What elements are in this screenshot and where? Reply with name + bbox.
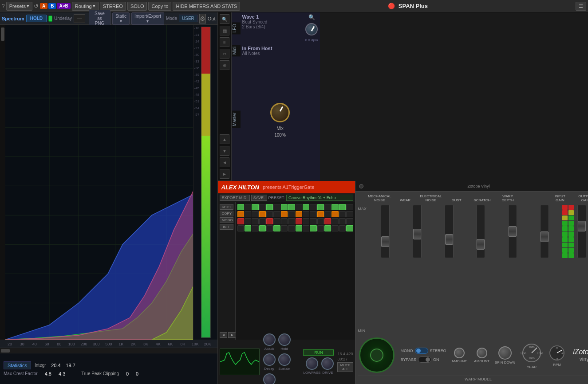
lfo-knob[interactable]	[305, 23, 318, 35]
warp-fader-track[interactable]	[540, 205, 549, 258]
copy-to-button[interactable]: Copy to	[148, 2, 171, 11]
prev-button[interactable]: ◄	[220, 332, 228, 338]
seq-cell[interactable]	[266, 204, 273, 210]
gear-button[interactable]: ⚙	[199, 14, 206, 24]
electrical-fader-track[interactable]	[445, 205, 454, 258]
static-button[interactable]: Static ▾	[112, 12, 130, 25]
seq-cell[interactable]	[331, 225, 338, 231]
seq-cell[interactable]	[259, 225, 266, 231]
seq-cell[interactable]	[331, 218, 338, 224]
seq-cell[interactable]	[303, 211, 309, 217]
left-arr-button[interactable]: ◄	[220, 157, 229, 167]
init-button[interactable]: INIT	[220, 224, 233, 230]
seq-cell[interactable]	[252, 218, 258, 224]
seq-cell[interactable]	[237, 211, 244, 217]
seq-cell[interactable]	[273, 204, 280, 210]
seq-cell[interactable]	[324, 211, 331, 217]
lfo-search-icon[interactable]: 🔍	[308, 14, 315, 20]
seq-cell[interactable]	[266, 225, 273, 231]
attack-knob[interactable]	[263, 333, 276, 346]
save-button[interactable]: SAVE.	[251, 195, 267, 201]
routing-button[interactable]: Routing ▾	[72, 2, 99, 11]
seq-cell[interactable]	[259, 211, 266, 217]
led-ab[interactable]: A>B	[57, 3, 70, 9]
seq-cell[interactable]	[324, 225, 331, 231]
seq-cell[interactable]	[281, 211, 288, 217]
seq-cell[interactable]	[237, 225, 244, 231]
seq-cell[interactable]	[288, 225, 295, 231]
hold-button[interactable]: HOLD	[26, 15, 47, 22]
seq-cell[interactable]	[303, 218, 309, 224]
seq-cell[interactable]	[288, 211, 295, 217]
solo-button[interactable]: SOLO	[127, 2, 147, 11]
seq-cell[interactable]	[296, 225, 302, 231]
refresh-icon[interactable]: ↺	[34, 3, 39, 9]
seq-cell[interactable]	[339, 204, 346, 210]
seq-cell[interactable]	[245, 225, 251, 231]
zoom-in-button[interactable]: 🔍	[220, 14, 229, 24]
seq-cell[interactable]	[324, 218, 331, 224]
seq-cell[interactable]	[310, 211, 316, 217]
seq-cell[interactable]	[296, 218, 302, 224]
copy-button[interactable]: COPY	[220, 211, 233, 216]
mech-fader-track[interactable]	[381, 205, 390, 258]
seq-cell[interactable]	[237, 204, 244, 210]
seq-cell[interactable]	[346, 211, 353, 217]
left-scrollbar[interactable]	[0, 25, 5, 340]
seq-cell[interactable]	[281, 225, 288, 231]
span-scrollbar[interactable]	[0, 348, 217, 353]
seq-cell[interactable]	[346, 204, 353, 210]
seq-cell[interactable]	[252, 211, 258, 217]
amount1-knob[interactable]	[454, 348, 465, 358]
seq-cell[interactable]	[339, 225, 346, 231]
seq-cell[interactable]	[317, 204, 324, 210]
scratch-fader-track[interactable]	[508, 205, 517, 258]
seq-cell[interactable]	[317, 211, 324, 217]
seq-cell[interactable]	[266, 211, 273, 217]
seq-cell[interactable]	[346, 218, 353, 224]
seq-cell[interactable]	[245, 211, 251, 217]
statistics-button[interactable]: Statistics	[4, 361, 31, 369]
scroll-thumb[interactable]	[1, 349, 10, 353]
seq-cell[interactable]	[303, 204, 309, 210]
seq-cell[interactable]	[296, 204, 302, 210]
shift-button[interactable]: SHIFT	[220, 204, 233, 210]
seq-cell[interactable]	[317, 225, 324, 231]
bypass-toggle[interactable]	[418, 357, 431, 363]
seq-cell[interactable]	[273, 225, 280, 231]
wear-fader-track[interactable]	[413, 205, 422, 258]
hide-meters-button[interactable]: HIDE METERS AND STATS	[173, 2, 240, 11]
seq-cell[interactable]	[303, 225, 309, 231]
export-midi-button[interactable]: EXPORT MIDI	[220, 195, 250, 201]
seq-cell[interactable]	[252, 204, 258, 210]
seq-cell[interactable]	[331, 204, 338, 210]
hold-knob[interactable]	[278, 333, 291, 346]
seq-cell[interactable]	[266, 218, 273, 224]
seq-cell[interactable]	[252, 225, 258, 231]
led-a[interactable]: A	[40, 3, 47, 9]
seq-cell[interactable]	[245, 218, 251, 224]
seq-cell[interactable]	[324, 204, 331, 210]
import-export-button[interactable]: Import/Export ▾	[131, 12, 164, 25]
seq-cell[interactable]	[310, 218, 316, 224]
spin-down-knob[interactable]	[498, 346, 512, 360]
seq-cell[interactable]	[339, 218, 346, 224]
seq-cell[interactable]	[331, 211, 338, 217]
release-knob[interactable]	[263, 373, 276, 384]
led-b[interactable]: B	[48, 3, 56, 9]
dust-fader-track[interactable]	[476, 205, 485, 258]
snap-button[interactable]: ⊕	[220, 60, 229, 70]
seq-cell[interactable]	[317, 218, 324, 224]
scissors-button[interactable]: ✂	[220, 49, 229, 59]
seq-cell[interactable]	[339, 211, 346, 217]
green-led[interactable]	[48, 16, 52, 22]
seq-cell[interactable]	[296, 211, 302, 217]
seq-cell[interactable]	[237, 218, 244, 224]
mono-stereo-toggle[interactable]	[415, 348, 428, 354]
seq-cell[interactable]	[310, 225, 316, 231]
amount2-knob[interactable]	[477, 348, 487, 358]
seq-cell[interactable]	[281, 218, 288, 224]
seq-cell[interactable]	[288, 204, 295, 210]
drive-knob[interactable]	[321, 357, 334, 370]
seq-cell[interactable]	[346, 225, 353, 231]
